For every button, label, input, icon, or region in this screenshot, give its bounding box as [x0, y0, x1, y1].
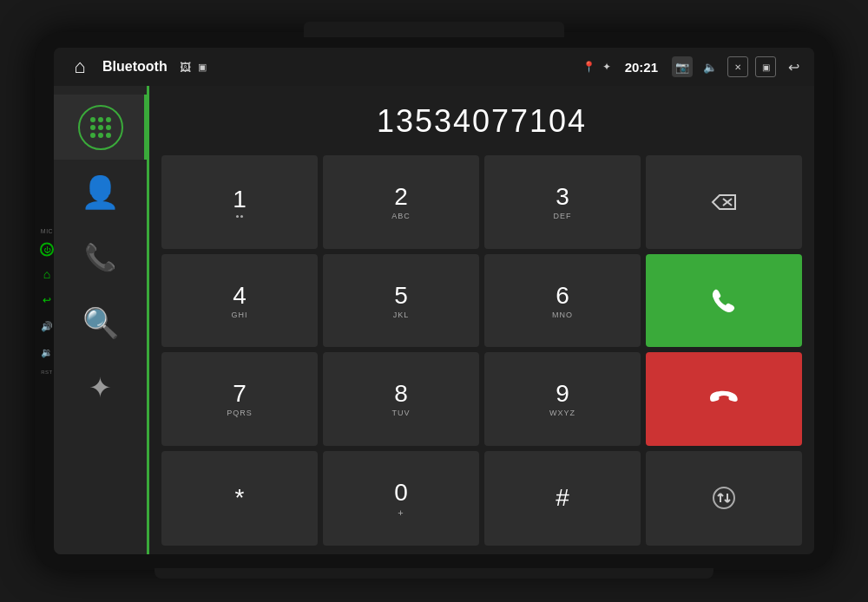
call-button[interactable] [646, 254, 802, 348]
screen: ⌂ Bluetooth 🖼 ▣ 📍 ✦ 20:21 📷 🔈 ✕ ▣ ↩ [54, 48, 814, 554]
grid-dots [90, 117, 111, 138]
back-physical-button[interactable]: ↩ [38, 291, 56, 309]
main-content: 👤 📞 🔍 ✦ 13534077104 [54, 86, 814, 554]
home-icon: ⌂ [74, 56, 85, 78]
sidebar-item-search[interactable]: 🔍 [54, 290, 147, 355]
window-button[interactable]: ▣ [755, 56, 776, 77]
camera-button[interactable]: 📷 [672, 56, 693, 77]
back-button[interactable]: ↩ [783, 56, 804, 77]
dial-btn-8[interactable]: 8 TUV [323, 352, 479, 446]
backspace-icon [711, 193, 737, 211]
vol-up-button[interactable]: 🔊 [38, 317, 56, 335]
hangup-button[interactable] [646, 352, 802, 446]
svg-marker-0 [713, 195, 735, 209]
dialpad-icon [78, 105, 123, 150]
time-display: 20:21 [625, 60, 658, 75]
dial-btn-hash[interactable]: # [484, 451, 641, 546]
power-button[interactable]: ⏻ [40, 243, 54, 257]
dial-btn-backspace[interactable] [646, 155, 802, 249]
sidebar-item-dialpad[interactable] [54, 95, 147, 160]
dial-btn-5[interactable]: 5 JKL [323, 254, 479, 348]
dial-btn-star[interactable]: * [161, 451, 318, 546]
bluetooth-settings-icon: ✦ [89, 371, 112, 404]
sidebar: 👤 📞 🔍 ✦ [54, 86, 149, 554]
bluetooth-icon: ✦ [602, 61, 611, 73]
sidebar-item-recents[interactable]: 📞 [54, 225, 147, 290]
dial-btn-3[interactable]: 3 DEF [484, 155, 641, 249]
hangup-icon [710, 385, 738, 413]
dial-btn-4[interactable]: 4 GHI [161, 254, 318, 348]
sidebar-item-contacts[interactable]: 👤 [54, 160, 147, 225]
car-unit: MIC ⏻ ⌂ ↩ 🔊 🔉 RST ⌂ Bluetooth 🖼 ▣ 📍 ✦ 20… [35, 32, 833, 570]
sidebar-item-settings[interactable]: ✦ [54, 355, 147, 420]
phone-area: 13534077104 1 2 ABC 3 D [149, 86, 814, 554]
location-icon: 📍 [582, 61, 595, 73]
phone-number-display: 13534077104 [161, 95, 802, 155]
dial-btn-9[interactable]: 9 WXYZ [484, 352, 641, 446]
swap-button[interactable] [646, 451, 802, 546]
call-icon [710, 286, 738, 314]
dial-btn-1[interactable]: 1 [161, 155, 318, 249]
dial-btn-0[interactable]: 0 + [323, 451, 479, 546]
close-button[interactable]: ✕ [727, 56, 748, 77]
mic-label: MIC [41, 228, 53, 234]
home-button[interactable]: ⌂ [64, 51, 95, 82]
dial-btn-2[interactable]: 2 ABC [323, 155, 479, 249]
image-icon: 🖼 [180, 61, 191, 74]
voicemail-dots [236, 215, 243, 218]
dial-btn-7[interactable]: 7 PQRS [161, 352, 318, 446]
bluetooth-label: Bluetooth [102, 59, 168, 75]
volume-button[interactable]: 🔈 [700, 56, 720, 77]
swap-icon [712, 486, 736, 510]
dialpad-grid: 1 2 ABC 3 DEF [161, 155, 802, 546]
recents-icon: 📞 [84, 242, 116, 272]
sd-icon: ▣ [198, 62, 207, 73]
left-controls: MIC ⏻ ⌂ ↩ 🔊 🔉 RST [38, 228, 56, 375]
svg-point-3 [713, 487, 734, 508]
status-bar: ⌂ Bluetooth 🖼 ▣ 📍 ✦ 20:21 📷 🔈 ✕ ▣ ↩ [54, 48, 814, 86]
contacts-icon: 👤 [81, 174, 120, 211]
search-icon: 🔍 [82, 305, 119, 340]
vol-down-button[interactable]: 🔉 [38, 344, 56, 361]
rst-label: RST [41, 370, 53, 375]
home-physical-button[interactable]: ⌂ [38, 265, 56, 283]
dial-btn-6[interactable]: 6 MNO [484, 254, 641, 348]
